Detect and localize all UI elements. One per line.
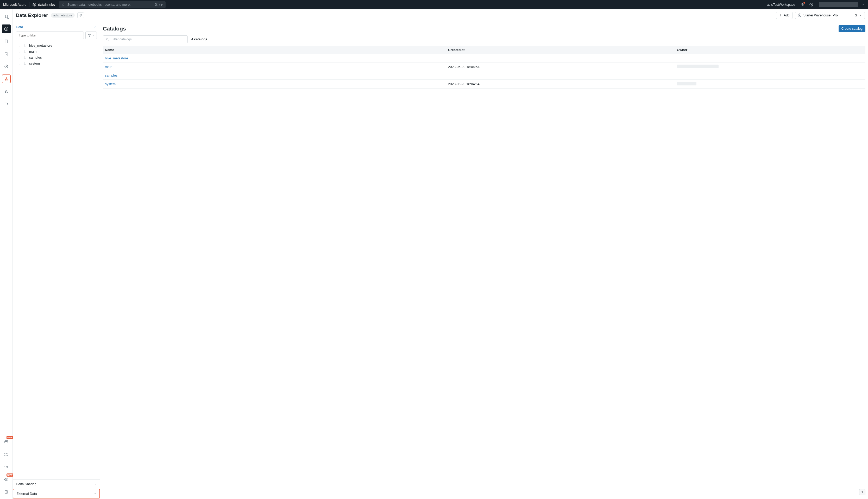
catalog-link[interactable]: system	[105, 82, 115, 86]
table-row[interactable]: main2023-06-20 18:04:54	[103, 62, 865, 71]
gift-icon[interactable]	[799, 2, 806, 8]
left-rail: NEW 1/4 NEW	[0, 9, 13, 499]
section-data[interactable]: Data	[16, 24, 97, 32]
global-search[interactable]: Search data, notebooks, recents, and mor…	[59, 1, 165, 8]
rail-compute[interactable]	[2, 87, 11, 96]
table-row[interactable]: hive_metastore	[103, 54, 865, 62]
section-delta-sharing[interactable]: Delta Sharing	[13, 480, 100, 488]
filter-catalogs-input[interactable]: Filter catalogs	[103, 35, 188, 43]
cell-owner	[675, 54, 865, 62]
svg-rect-16	[5, 455, 6, 456]
svg-rect-22	[24, 62, 26, 65]
rail-workspace[interactable]	[2, 12, 11, 21]
col-created[interactable]: Created at	[446, 46, 675, 54]
chevron-down-icon	[94, 482, 97, 486]
rail-new[interactable]	[2, 24, 11, 33]
tree-filter-button[interactable]	[85, 32, 97, 39]
cell-created: 2023-06-20 18:04:54	[446, 80, 675, 88]
svg-rect-18	[5, 491, 8, 494]
svg-rect-15	[7, 453, 8, 454]
chevron-down-icon	[92, 34, 95, 37]
copy-link-button[interactable]	[77, 12, 84, 18]
search-icon	[106, 37, 109, 41]
chevron-down-icon	[859, 14, 862, 17]
catalog-count: 4 catalogs	[191, 37, 207, 41]
chevron-right-icon	[18, 50, 21, 53]
brand-label: Microsoft Azure	[3, 2, 29, 7]
svg-rect-14	[5, 453, 6, 454]
rail-panel[interactable]	[2, 488, 11, 496]
tree-item[interactable]: system	[16, 60, 97, 66]
add-button[interactable]: Add	[776, 12, 793, 19]
metastore-tag[interactable]: adlsmetastore	[51, 13, 75, 18]
target-icon	[798, 14, 801, 17]
page-header: Data Explorer adlsmetastore Add Starter …	[13, 9, 868, 21]
search-shortcut: ⌘ + P	[154, 3, 163, 7]
svg-rect-20	[24, 50, 26, 53]
data-sidebar: Data hive_metasto	[13, 21, 100, 499]
content-title: Catalogs	[103, 25, 126, 32]
chevron-right-icon	[18, 56, 21, 59]
search-icon	[61, 3, 65, 7]
help-icon[interactable]	[808, 2, 814, 8]
catalog-link[interactable]: samples	[105, 73, 117, 77]
tree-filter-input[interactable]	[16, 32, 84, 39]
search-placeholder: Search data, notebooks, recents, and mor…	[67, 3, 132, 7]
col-owner[interactable]: Owner	[675, 46, 865, 54]
cell-created	[446, 71, 675, 80]
catalog-link[interactable]: hive_metastore	[105, 56, 128, 60]
create-catalog-button[interactable]: Create catalog	[839, 25, 865, 32]
rail-notebook[interactable]	[2, 37, 11, 46]
workspace-name[interactable]: adlsTestWorkspace	[767, 3, 795, 7]
catalog-icon	[23, 56, 27, 59]
rail-partner[interactable]	[2, 450, 11, 459]
svg-point-9	[7, 80, 7, 80]
catalog-icon	[23, 44, 27, 47]
page-title: Data Explorer	[16, 12, 48, 18]
chevron-right-icon	[18, 44, 21, 47]
funnel-icon	[88, 34, 91, 37]
catalog-icon	[23, 61, 27, 65]
rail-workflows[interactable]	[2, 99, 11, 108]
page-number[interactable]: 1	[859, 489, 865, 495]
user-menu-redacted[interactable]	[819, 2, 858, 7]
rail-recents[interactable]	[2, 62, 11, 71]
table-row[interactable]: system2023-06-20 18:04:54	[103, 80, 865, 88]
catalog-link[interactable]: main	[105, 65, 112, 69]
content-area: Catalogs Create catalog Filter catalogs …	[100, 21, 868, 499]
cell-owner	[675, 80, 865, 88]
chevron-down-icon[interactable]	[862, 3, 865, 7]
catalogs-table: Name Created at Owner hive_metastoremain…	[103, 46, 865, 88]
warehouse-selector[interactable]: Starter Warehouse Pro S	[795, 12, 865, 19]
cell-owner	[675, 62, 865, 71]
cell-created: 2023-06-20 18:04:54	[446, 62, 675, 71]
chevron-right-icon	[18, 62, 21, 65]
svg-rect-19	[24, 44, 26, 47]
cell-created	[446, 54, 675, 62]
rail-query[interactable]	[2, 49, 11, 58]
tree-item[interactable]: hive_metastore	[16, 42, 97, 48]
chevron-up-icon	[94, 25, 97, 29]
tree-item[interactable]: main	[16, 48, 97, 54]
table-row[interactable]: samples	[103, 71, 865, 80]
rail-progress[interactable]: 1/4	[2, 463, 11, 471]
topbar: Microsoft Azure databricks Search data, …	[0, 0, 868, 9]
svg-point-17	[6, 479, 7, 480]
chevron-down-icon	[93, 492, 96, 495]
rail-preview[interactable]: NEW	[2, 475, 11, 484]
svg-point-23	[107, 38, 108, 40]
col-name[interactable]: Name	[103, 46, 446, 54]
svg-rect-21	[24, 56, 26, 59]
databricks-logo[interactable]: databricks	[32, 2, 55, 7]
svg-rect-5	[5, 40, 8, 43]
section-external-data[interactable]: External Data	[13, 489, 100, 498]
rail-marketplace[interactable]: NEW	[2, 438, 11, 446]
rail-data[interactable]	[2, 74, 11, 83]
pagination: 1	[103, 484, 865, 495]
cell-owner	[675, 71, 865, 80]
databricks-icon	[32, 2, 37, 7]
tree-item[interactable]: samples	[16, 54, 97, 60]
svg-point-8	[5, 80, 6, 80]
svg-point-0	[62, 4, 64, 5]
catalog-icon	[23, 49, 27, 53]
